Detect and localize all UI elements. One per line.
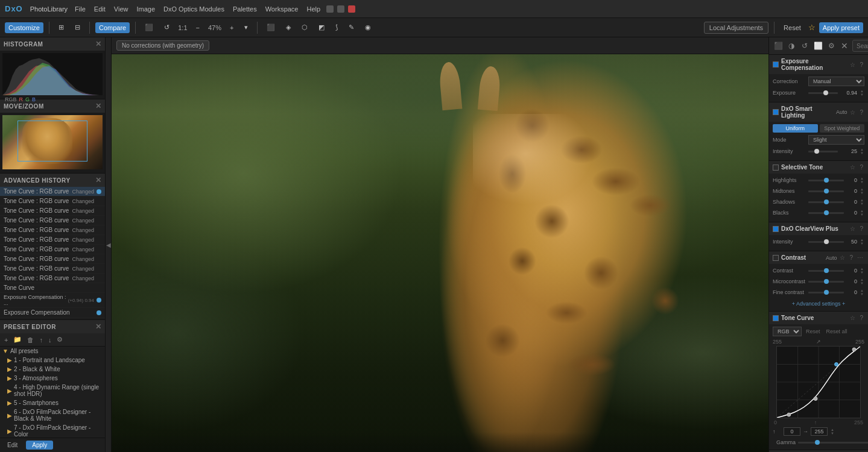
- tone-curve-input-field[interactable]: [784, 427, 800, 436]
- reset-button[interactable]: Reset: [780, 22, 805, 33]
- history-item[interactable]: Tone Curve : RGB curve Changed: [0, 225, 105, 235]
- shadows-slider[interactable]: [808, 201, 844, 203]
- movezoom-container[interactable]: [0, 113, 105, 173]
- rp-icon-6[interactable]: ✕: [839, 40, 850, 51]
- history-item[interactable]: Tone Curve : RGB curve Changed: [0, 235, 105, 245]
- mode-spot-weighted-button[interactable]: Spot Weighted: [820, 124, 865, 133]
- selective-tone-question[interactable]: ?: [858, 164, 864, 171]
- zoom-out-button[interactable]: −: [192, 22, 203, 33]
- preset-new-folder-button[interactable]: 📁: [11, 334, 24, 345]
- tool-3[interactable]: ⬡: [298, 22, 311, 33]
- midtones-slider[interactable]: [808, 190, 844, 192]
- preset-edit-button[interactable]: Edit: [4, 441, 21, 450]
- preset-settings-button[interactable]: ⚙: [55, 334, 65, 345]
- highlights-slider[interactable]: [808, 180, 844, 181]
- preset-folder-item[interactable]: ▶ 5 - Smartphones: [0, 398, 105, 407]
- clearview-down[interactable]: ▼: [860, 242, 864, 245]
- layout-button-1[interactable]: ⊞: [55, 22, 68, 33]
- tone-curve-header[interactable]: Tone Curve ☆ ?: [769, 312, 868, 324]
- customize-button[interactable]: Customize: [5, 22, 43, 33]
- smart-lighting-intensity-slider[interactable]: [808, 151, 838, 152]
- blacks-slider[interactable]: [808, 212, 844, 214]
- menu-dxo-modules[interactable]: DxO Optics Modules: [163, 5, 224, 13]
- tone-curve-checkbox[interactable]: [773, 315, 779, 321]
- menu-edit[interactable]: Edit: [94, 5, 106, 13]
- smart-lighting-star[interactable]: ☆: [849, 109, 857, 116]
- smart-lighting-header[interactable]: DxO Smart Lighting Auto ☆ ?: [769, 102, 868, 122]
- thumbnail-image[interactable]: [2, 115, 103, 169]
- preset-list[interactable]: ▼ All presets ▶ 1 - Portrait and Landsca…: [0, 347, 105, 438]
- tone-curve-reset-button[interactable]: Reset: [804, 328, 822, 335]
- contrast-slider[interactable]: [808, 270, 844, 272]
- clearview-checkbox[interactable]: [773, 226, 779, 232]
- contrast-question[interactable]: ?: [848, 254, 854, 261]
- zoom-dropdown-button[interactable]: ▾: [241, 22, 252, 33]
- highlights-down[interactable]: ▼: [860, 180, 864, 184]
- correction-mode-select[interactable]: Manual: [808, 77, 864, 86]
- tone-curve-star[interactable]: ☆: [849, 315, 857, 321]
- rp-icon-1[interactable]: ⬛: [773, 40, 784, 51]
- menu-file[interactable]: File: [75, 5, 86, 13]
- tool-7[interactable]: ◉: [361, 22, 375, 33]
- selective-tone-header[interactable]: Selective Tone ☆ ?: [769, 161, 868, 174]
- apply-preset-button[interactable]: Apply preset: [819, 22, 863, 33]
- menu-view[interactable]: View: [114, 5, 128, 13]
- smart-lighting-mode-select[interactable]: Slight: [808, 135, 864, 145]
- history-item[interactable]: Tone Curve : RGB curve Changed: [0, 206, 105, 216]
- history-item[interactable]: Tone Curve : RGB curve Changed: [0, 216, 105, 225]
- contrast-checkbox[interactable]: [773, 255, 779, 261]
- preset-delete-button[interactable]: 🗑: [25, 335, 36, 345]
- corrections-search-input[interactable]: [852, 40, 868, 52]
- exposure-slider[interactable]: [808, 92, 838, 94]
- menu-image[interactable]: Image: [136, 5, 155, 13]
- microcontrast-slider[interactable]: [808, 281, 844, 283]
- crop-button[interactable]: ⬛: [141, 22, 157, 33]
- history-item[interactable]: Exposure Compensation: [0, 308, 105, 318]
- maximize-button[interactable]: [337, 5, 344, 13]
- layout-button-2[interactable]: ⊟: [71, 22, 84, 33]
- rp-icon-2[interactable]: ◑: [786, 40, 797, 51]
- rp-icon-5[interactable]: ⚙: [826, 40, 837, 51]
- exposure-comp-star[interactable]: ☆: [849, 61, 857, 68]
- tone-curve-channel-select[interactable]: RGB: [773, 327, 802, 336]
- preset-folder-item[interactable]: ▶ 7 - DxO FilmPack Designer - Color: [0, 423, 105, 438]
- clearview-star[interactable]: ☆: [849, 225, 857, 232]
- tone-curve-question[interactable]: ?: [858, 315, 864, 321]
- tool-4[interactable]: ◩: [315, 22, 328, 33]
- contrast-header[interactable]: Contrast Auto ☆ ? ⋯: [769, 251, 868, 264]
- history-item[interactable]: Tone Curve : RGB curve Changed: [0, 196, 105, 206]
- clearview-question[interactable]: ?: [858, 225, 864, 232]
- history-item[interactable]: Tone Curve : RGB curve Changed: [0, 264, 105, 274]
- history-item[interactable]: Tone Curve : RGB curve Changed: [0, 274, 105, 283]
- contrast-advanced-link[interactable]: + Advanced settings +: [773, 299, 864, 309]
- preset-folder-item[interactable]: ▶ 2 - Black & White: [0, 365, 105, 374]
- preset-export-button[interactable]: ↑: [37, 335, 45, 345]
- close-button[interactable]: [348, 5, 355, 13]
- selective-tone-star[interactable]: ☆: [849, 164, 857, 171]
- rotate-button[interactable]: ↺: [160, 22, 173, 33]
- blacks-down[interactable]: ▼: [860, 213, 864, 216]
- preset-apply-button[interactable]: Apply: [26, 441, 53, 450]
- preset-folder-all[interactable]: ▼ All presets: [0, 347, 105, 356]
- exposure-down-arrow[interactable]: ▼: [860, 93, 864, 96]
- contrast-star[interactable]: ☆: [838, 254, 846, 261]
- smart-lighting-question[interactable]: ?: [858, 109, 864, 116]
- tool-2[interactable]: ◈: [282, 22, 294, 33]
- compare-button[interactable]: Compare: [95, 22, 130, 33]
- preset-folder-item[interactable]: ▶ 6 - DxO FilmPack Designer - Black & Wh…: [0, 407, 105, 423]
- preset-editor-close-button[interactable]: ✕: [95, 322, 102, 331]
- contrast-more[interactable]: ⋯: [856, 254, 864, 261]
- preset-folder-item[interactable]: ▶ 1 - Portrait and Landscape: [0, 356, 105, 365]
- histogram-close-button[interactable]: ✕: [95, 40, 102, 48]
- gamma-slider[interactable]: [798, 442, 868, 444]
- history-close-button[interactable]: ✕: [95, 176, 102, 184]
- exposure-compensation-header[interactable]: Exposure Compensation ☆ ?: [769, 55, 868, 74]
- minimize-button[interactable]: [326, 5, 334, 13]
- history-item[interactable]: Tone Curve : RGB curve Changed: [0, 187, 105, 196]
- rp-icon-3[interactable]: ↺: [799, 40, 810, 51]
- history-item[interactable]: Tone Curve : RGB curve Changed: [0, 245, 105, 254]
- history-item[interactable]: Exposure Compensation : ... (+0.94) 0.94: [0, 293, 105, 308]
- microcontrast-down[interactable]: ▼: [860, 281, 864, 285]
- fine-contrast-down[interactable]: ▼: [860, 292, 864, 296]
- local-adjustments-button[interactable]: Local Adjustments: [704, 22, 768, 34]
